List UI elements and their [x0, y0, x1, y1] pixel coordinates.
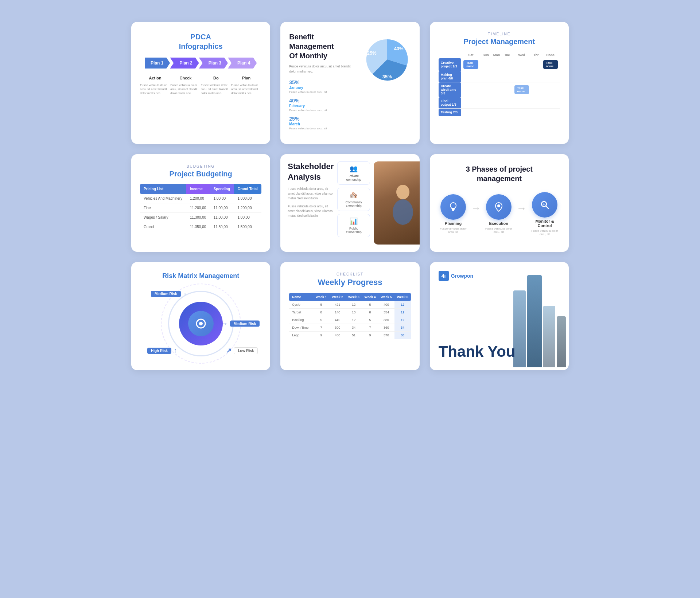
weekly-cell: 5 — [362, 301, 378, 309]
svg-point-3 — [497, 204, 500, 207]
logo-icon: 4i — [439, 271, 449, 281]
timeline-col-tue: Tue — [502, 52, 512, 58]
timeline-col-mon: Mon — [491, 52, 502, 58]
budget-cell: 1,00,00 — [210, 194, 234, 203]
search-icon — [539, 199, 551, 211]
pie-label-25: 25% — [367, 50, 377, 56]
ownership-private-label: Privateownership — [339, 174, 368, 181]
risk-title: Risk Matrix Management — [140, 272, 261, 280]
table-row: Fine 11.200,00 11.00,00 1.200,00 — [140, 203, 261, 213]
task-name: Making plan 4/8 — [439, 71, 462, 82]
benefit-percent-1: 35% — [289, 79, 299, 85]
weekly-cell: 13 — [346, 309, 362, 316]
table-row: Lego 9 480 51 9 370 38 — [289, 332, 411, 339]
risk-center — [179, 302, 223, 345]
table-row: Final output 1/5 — [439, 97, 560, 109]
arrow-high: ↑ — [174, 347, 177, 355]
table-row: Wages / Salary 11.300,00 11.00,00 1.00,0… — [140, 213, 261, 222]
timeline-card: TIMELINE Project Management Sat Sun Mon … — [430, 22, 569, 144]
weekly-cell: 380 — [378, 316, 394, 324]
weekly-header-w3: Week 3 — [346, 293, 362, 301]
pdca-label-do: Do — [201, 76, 231, 80]
table-row: Target 8 140 13 8 354 12 — [289, 309, 411, 316]
timeline-col-sun: Sun — [481, 52, 491, 58]
timeline-col-done: Done — [541, 52, 560, 58]
ownership-private: 👥 Privateownership — [337, 161, 370, 185]
budget-header-pricing: Pricing List — [140, 184, 186, 194]
phase-execution: Execution Fusce vehicula dolor arcu, sit — [484, 194, 513, 234]
pdca-descriptions: Fusce vehicula dolor arcu, sit amet blan… — [140, 83, 261, 95]
logo-text: Growpon — [451, 273, 473, 279]
execution-name: Execution — [489, 221, 508, 226]
public-icon: 📊 — [339, 217, 368, 225]
budgeting-title: Project Budgeting — [140, 170, 261, 178]
pdca-card: PDCAInfographics Plan 1 Plan 2 Plan 3 Pl… — [131, 22, 270, 144]
budget-header-total: Grand Total — [234, 184, 262, 194]
pdca-desc-4: Fusce vehicula dolor arcu, sit amet blan… — [231, 83, 261, 95]
medium-risk-right-badge: Medium Risk — [230, 321, 260, 327]
risk-inner — [188, 311, 214, 336]
table-row: Cycle 5 421 12 5 400 12 — [289, 301, 411, 309]
benefit-title: BenefitManagementOf Monthly — [289, 32, 357, 60]
monitor-circle — [532, 192, 557, 218]
budget-cell: 11.50,00 — [210, 222, 234, 232]
budget-cell: 1.500,00 — [234, 222, 262, 232]
weekly-cell: 9 — [313, 332, 330, 339]
weekly-header-w2: Week 2 — [329, 293, 346, 301]
ownership-public: 📊 PublicOwnership — [337, 214, 370, 237]
budget-cell: 11.00,00 — [210, 203, 234, 213]
benefit-month-desc-1: Fusce vehicula dolor arcu, sit — [289, 90, 357, 94]
weekly-cell: 51 — [346, 332, 362, 339]
weekly-cell: 421 — [329, 301, 346, 309]
table-row: Grand 11.350,00 11.50,00 1.500,00 — [140, 222, 261, 232]
budget-cell: 11.200,00 — [186, 203, 210, 213]
task-name: Creative project 1/3 — [439, 58, 462, 71]
pdca-arrows: Plan 1 Plan 2 Plan 3 Plan 4 — [140, 58, 261, 69]
task-badge-dark: Task name — [543, 60, 558, 69]
budgeting-card: BUDGETING Project Budgeting Pricing List… — [131, 154, 270, 252]
pdca-title: PDCAInfographics — [140, 32, 261, 51]
planning-name: Planning — [445, 221, 462, 226]
phase-planning: Planning Fusce vehicula dolor arcu, sit — [439, 194, 468, 234]
weekly-header-w5: Week 5 — [378, 293, 394, 301]
pie-label-35: 35% — [382, 74, 392, 79]
location-icon — [493, 201, 505, 213]
phase-arrow-1: → — [471, 203, 481, 214]
weekly-cell-highlight: 12 — [394, 301, 411, 309]
low-risk-label: ↗ Low Risk — [226, 347, 258, 355]
benefit-item-2: 40% February Fusce vehicula dolor arcu, … — [289, 97, 357, 112]
execution-desc: Fusce vehicula dolor arcu, sit — [484, 227, 513, 234]
weekly-cell: Backlog — [289, 316, 313, 324]
table-row: Down Time 7 300 34 7 360 34 — [289, 324, 411, 332]
medium-risk-right: → Medium Risk — [221, 320, 260, 328]
high-risk-label: High Risk ↑ — [147, 347, 177, 355]
weekly-cell: 440 — [329, 316, 346, 324]
table-row: Making plan 4/8 — [439, 71, 560, 82]
timeline-col-task — [439, 52, 462, 58]
planning-desc: Fusce vehicula dolor arcu, sit — [439, 227, 468, 234]
weekly-cell: 480 — [329, 332, 346, 339]
weekly-cell-highlight: 12 — [394, 316, 411, 324]
benefit-card: BenefitManagementOf Monthly Fusce vehicu… — [280, 22, 419, 144]
stakeholder-card: StakeholderAnalysis Fusce vehicula dolor… — [280, 154, 419, 252]
weekly-cell: 8 — [313, 309, 330, 316]
benefit-desc: Fusce vehicula dolor arcu, sit amet blan… — [289, 64, 357, 74]
benefit-percent-3: 25% — [289, 116, 299, 122]
task-name: Testing 2/3 — [439, 109, 462, 116]
checklist-super-label: CHECKLIST — [289, 272, 411, 276]
pdca-plan4: Plan 4 — [228, 58, 257, 69]
risk-diagram: Medium Risk ← → Medium Risk High Risk ↑ … — [140, 287, 261, 360]
weekly-header-name: Name — [289, 293, 313, 301]
timeline-col-sat: Sat — [461, 52, 480, 58]
budget-cell: 11.300,00 — [186, 213, 210, 222]
budget-cell: Grand — [140, 222, 186, 232]
budget-cell: 1.200,00 — [186, 194, 210, 203]
table-row: Create wireframe 3/5 Task name — [439, 82, 560, 97]
weekly-cell: 34 — [346, 324, 362, 332]
pdca-label-action: Action — [140, 76, 170, 80]
task-badge: Task name — [463, 60, 478, 69]
weekly-cell: 8 — [362, 309, 378, 316]
weekly-cell: 12 — [346, 316, 362, 324]
weekly-cell: 9 — [362, 332, 378, 339]
risk-inner-icon — [194, 316, 208, 331]
